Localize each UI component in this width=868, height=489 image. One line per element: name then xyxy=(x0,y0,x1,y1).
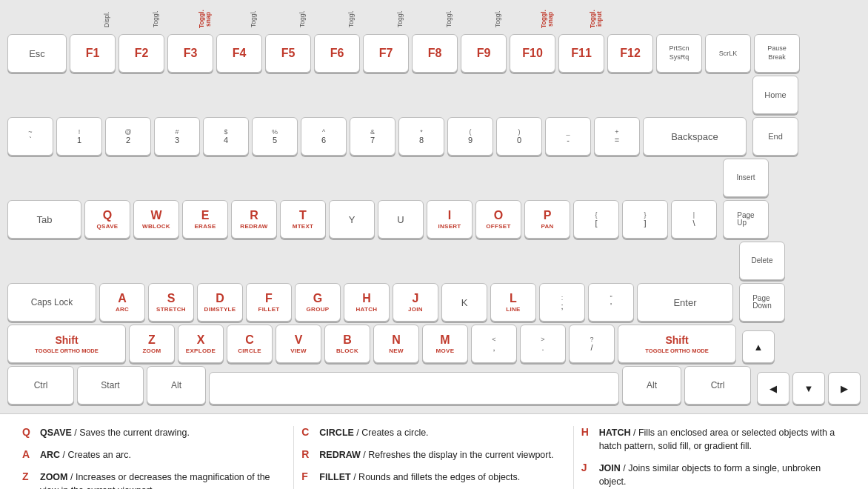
fn-row-labels: Displ. Toggl. Toggl.snap Toggl. Toggl. T… xyxy=(7,6,861,34)
desc-item-q: Q QSAVE / Saves the current drawing. xyxy=(22,426,286,439)
asdf-row: Caps Lock A ARC S STRETCH D DIMSTYLE F F… xyxy=(7,242,861,322)
key-1[interactable]: ! 1 xyxy=(56,117,102,156)
fn-label-f8: Toggl. xyxy=(427,6,473,33)
key-f1[interactable]: F1 xyxy=(70,34,116,73)
key-9[interactable]: ( 9 xyxy=(447,117,493,156)
key-0[interactable]: ) 0 xyxy=(496,117,542,156)
key-u[interactable]: U xyxy=(378,200,424,239)
key-g[interactable]: G GROUP xyxy=(295,283,341,322)
keyboard: Esc F1 F2 F3 F4 F5 F6 F7 xyxy=(7,34,861,405)
key-h[interactable]: H HATCH xyxy=(344,283,390,322)
key-f2[interactable]: F2 xyxy=(118,34,164,73)
key-ctrl-right[interactable]: Ctrl xyxy=(684,366,751,405)
key-e[interactable]: E ERASE xyxy=(182,200,228,239)
key-backspace[interactable]: Backspace xyxy=(643,117,747,156)
key-8[interactable]: * 8 xyxy=(398,117,444,156)
key-prtsc[interactable]: PrtScn SysRq xyxy=(656,34,702,73)
desc-col-2: C CIRCLE / Creates a circle. R REDRAW / … xyxy=(294,426,573,489)
key-c[interactable]: C CIRCLE xyxy=(227,325,273,363)
key-z[interactable]: Z ZOOM xyxy=(129,325,175,363)
key-shift-left[interactable]: Shift TOGGLE ORTHO MODE xyxy=(7,325,126,363)
key-k[interactable]: K xyxy=(441,283,487,322)
key-f3[interactable]: F3 xyxy=(167,34,213,73)
key-rbracket[interactable]: } ] xyxy=(622,200,668,239)
key-f12[interactable]: F12 xyxy=(607,34,653,73)
bottom-row: Ctrl Start Alt Alt Ctrl ◀ ▼ xyxy=(7,366,861,405)
fn-spacer xyxy=(7,6,81,33)
key-semicolon[interactable]: : ; xyxy=(539,283,585,322)
key-alt-left[interactable]: Alt xyxy=(147,366,206,405)
key-arrow-up[interactable]: ▲ xyxy=(742,330,775,363)
key-alt-right[interactable]: Alt xyxy=(622,366,681,405)
key-start[interactable]: Start xyxy=(77,366,144,405)
key-l[interactable]: L LINE xyxy=(490,283,536,322)
key-f8[interactable]: F8 xyxy=(412,34,458,73)
key-f10[interactable]: F10 xyxy=(510,34,555,73)
key-v[interactable]: V VIEW xyxy=(276,325,321,363)
key-x[interactable]: X EXPLODE xyxy=(178,325,224,363)
desc-item-f: F FILLET / Rounds and fillets the edges … xyxy=(301,470,565,484)
key-f11[interactable]: F11 xyxy=(558,34,604,73)
key-f4[interactable]: F4 xyxy=(216,34,262,73)
key-f9[interactable]: F9 xyxy=(461,34,507,73)
key-j[interactable]: J JOIN xyxy=(393,283,438,322)
key-pgup[interactable]: PageUp xyxy=(723,200,769,239)
key-arrow-down[interactable]: ▼ xyxy=(792,372,825,405)
key-space[interactable] xyxy=(209,372,619,405)
fn-label-f11: Toggl.snap xyxy=(524,6,570,33)
key-f7[interactable]: F7 xyxy=(363,34,409,73)
key-home[interactable]: Home xyxy=(752,76,798,114)
key-shift-right[interactable]: Shift TOGGLE ORTHO MODE xyxy=(618,325,736,363)
key-arrow-right[interactable]: ▶ xyxy=(828,372,861,405)
key-d[interactable]: D DIMSTYLE xyxy=(197,283,243,322)
key-7[interactable]: & 7 xyxy=(350,117,395,156)
key-4[interactable]: $ 4 xyxy=(203,117,249,156)
key-m[interactable]: M MOVE xyxy=(422,325,468,363)
key-6[interactable]: ^ 6 xyxy=(301,117,347,156)
key-2[interactable]: @ 2 xyxy=(105,117,151,156)
key-y[interactable]: Y xyxy=(329,200,375,239)
key-o[interactable]: O OFFSET xyxy=(475,200,521,239)
fn-label-f5: Toggl. xyxy=(280,6,326,33)
key-q[interactable]: Q QSAVE xyxy=(84,200,130,239)
key-i[interactable]: I INSERT xyxy=(427,200,473,239)
key-w[interactable]: W WBLOCK xyxy=(133,200,179,239)
key-enter[interactable]: Enter xyxy=(637,283,733,322)
key-period[interactable]: > . xyxy=(520,325,566,363)
key-delete[interactable]: Delete xyxy=(739,242,785,280)
key-end[interactable]: End xyxy=(752,117,798,156)
key-f[interactable]: F FILLET xyxy=(246,283,292,322)
desc-col-1: Q QSAVE / Saves the current drawing. A A… xyxy=(15,426,294,489)
key-insert[interactable]: Insert xyxy=(723,159,769,197)
key-backslash[interactable]: | \ xyxy=(671,200,717,239)
key-f6[interactable]: F6 xyxy=(314,34,360,73)
fn-label-f7: Toggl. xyxy=(378,6,424,33)
key-lbracket[interactable]: { [ xyxy=(573,200,619,239)
key-comma[interactable]: < , xyxy=(471,325,517,363)
key-b[interactable]: B BLOCK xyxy=(324,325,370,363)
key-s[interactable]: S STRETCH xyxy=(148,283,194,322)
key-f5[interactable]: F5 xyxy=(265,34,311,73)
key-5[interactable]: % 5 xyxy=(252,117,298,156)
key-n[interactable]: N NEW xyxy=(373,325,419,363)
key-slash[interactable]: ? / xyxy=(569,325,615,363)
desc-col-3: H HATCH / Fills an enclosed area or sele… xyxy=(574,426,853,489)
key-esc[interactable]: Esc xyxy=(7,34,67,73)
key-scrlk[interactable]: ScrLK xyxy=(705,34,751,73)
key-r[interactable]: R REDRAW xyxy=(231,200,277,239)
key-pgdn[interactable]: PageDown xyxy=(739,283,785,322)
key-minus[interactable]: _ - xyxy=(545,117,591,156)
key-tilde[interactable]: ~ ` xyxy=(7,117,53,156)
key-capslock[interactable]: Caps Lock xyxy=(7,283,96,322)
key-p[interactable]: P PAN xyxy=(524,200,570,239)
key-ctrl-left[interactable]: Ctrl xyxy=(7,366,74,405)
key-pause[interactable]: Pause Break xyxy=(754,34,800,73)
key-a[interactable]: A ARC xyxy=(99,283,145,322)
key-equals[interactable]: + = xyxy=(594,117,640,156)
key-arrow-left[interactable]: ◀ xyxy=(757,372,789,405)
key-3[interactable]: # 3 xyxy=(154,117,200,156)
key-quote[interactable]: " ' xyxy=(588,283,634,322)
key-t[interactable]: T MTEXT xyxy=(280,200,326,239)
desc-item-r: R REDRAW / Refreshes the display in the … xyxy=(301,448,565,462)
key-tab[interactable]: Tab xyxy=(7,200,81,239)
